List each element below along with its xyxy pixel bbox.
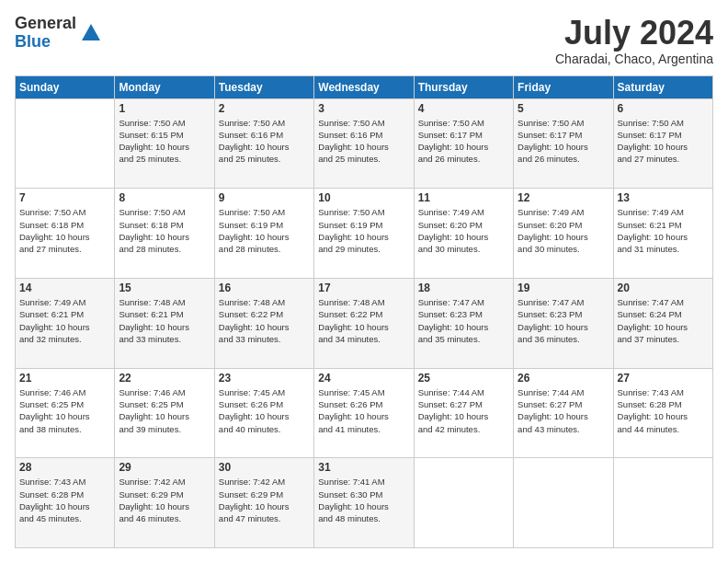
day-number: 28 xyxy=(19,461,110,474)
table-row: 17Sunrise: 7:48 AM Sunset: 6:22 PM Dayli… xyxy=(314,278,414,368)
col-tuesday: Tuesday xyxy=(214,75,313,98)
table-row: 8Sunrise: 7:50 AM Sunset: 6:18 PM Daylig… xyxy=(115,189,214,279)
month-title: July 2024 xyxy=(555,15,713,52)
logo-general: General xyxy=(15,15,76,33)
table-row: 22Sunrise: 7:46 AM Sunset: 6:25 PM Dayli… xyxy=(115,368,214,458)
table-row: 21Sunrise: 7:46 AM Sunset: 6:25 PM Dayli… xyxy=(16,368,115,458)
day-info: Sunrise: 7:50 AM Sunset: 6:16 PM Dayligh… xyxy=(318,117,409,166)
day-number: 14 xyxy=(19,282,110,294)
day-info: Sunrise: 7:49 AM Sunset: 6:20 PM Dayligh… xyxy=(418,206,509,255)
table-row: 7Sunrise: 7:50 AM Sunset: 6:18 PM Daylig… xyxy=(16,189,115,279)
day-number: 21 xyxy=(19,372,110,385)
table-row: 10Sunrise: 7:50 AM Sunset: 6:19 PM Dayli… xyxy=(314,189,414,279)
day-number: 13 xyxy=(618,191,709,204)
table-row: 4Sunrise: 7:50 AM Sunset: 6:17 PM Daylig… xyxy=(414,98,513,189)
day-info: Sunrise: 7:47 AM Sunset: 6:23 PM Dayligh… xyxy=(518,296,609,345)
day-number: 23 xyxy=(219,372,310,385)
day-info: Sunrise: 7:46 AM Sunset: 6:25 PM Dayligh… xyxy=(19,386,110,435)
day-info: Sunrise: 7:50 AM Sunset: 6:18 PM Dayligh… xyxy=(119,206,210,255)
day-info: Sunrise: 7:43 AM Sunset: 6:28 PM Dayligh… xyxy=(618,386,709,435)
day-number: 2 xyxy=(219,102,310,115)
day-info: Sunrise: 7:42 AM Sunset: 6:29 PM Dayligh… xyxy=(119,476,210,524)
day-number: 10 xyxy=(318,191,409,204)
table-row xyxy=(613,458,712,548)
svg-marker-1 xyxy=(87,33,95,40)
day-info: Sunrise: 7:50 AM Sunset: 6:17 PM Dayligh… xyxy=(618,117,709,166)
table-row: 20Sunrise: 7:47 AM Sunset: 6:24 PM Dayli… xyxy=(613,278,712,368)
day-info: Sunrise: 7:49 AM Sunset: 6:20 PM Dayligh… xyxy=(518,206,609,255)
day-info: Sunrise: 7:50 AM Sunset: 6:17 PM Dayligh… xyxy=(518,117,609,166)
table-row xyxy=(16,98,115,189)
table-row: 24Sunrise: 7:45 AM Sunset: 6:26 PM Dayli… xyxy=(314,368,414,458)
table-row: 16Sunrise: 7:48 AM Sunset: 6:22 PM Dayli… xyxy=(214,278,313,368)
day-info: Sunrise: 7:50 AM Sunset: 6:18 PM Dayligh… xyxy=(19,206,110,255)
table-row: 28Sunrise: 7:43 AM Sunset: 6:28 PM Dayli… xyxy=(16,458,115,548)
col-monday: Monday xyxy=(115,75,214,98)
table-row: 18Sunrise: 7:47 AM Sunset: 6:23 PM Dayli… xyxy=(414,278,513,368)
day-info: Sunrise: 7:50 AM Sunset: 6:15 PM Dayligh… xyxy=(119,117,210,166)
col-saturday: Saturday xyxy=(613,75,712,98)
col-wednesday: Wednesday xyxy=(314,75,414,98)
day-number: 3 xyxy=(318,102,409,115)
col-thursday: Thursday xyxy=(414,75,513,98)
location: Charadai, Chaco, Argentina xyxy=(555,52,713,66)
day-number: 11 xyxy=(418,191,509,204)
day-info: Sunrise: 7:50 AM Sunset: 6:19 PM Dayligh… xyxy=(318,206,409,255)
calendar-table: Sunday Monday Tuesday Wednesday Thursday… xyxy=(15,75,713,548)
logo: General Blue xyxy=(15,15,104,52)
day-number: 22 xyxy=(119,372,210,385)
table-row: 31Sunrise: 7:41 AM Sunset: 6:30 PM Dayli… xyxy=(314,458,414,548)
title-section: July 2024 Charadai, Chaco, Argentina xyxy=(555,15,713,66)
logo-blue: Blue xyxy=(15,33,76,52)
header: General Blue July 2024 Charadai, Chaco, … xyxy=(15,15,713,66)
day-number: 26 xyxy=(518,372,609,385)
day-info: Sunrise: 7:43 AM Sunset: 6:28 PM Dayligh… xyxy=(19,476,110,524)
day-number: 12 xyxy=(518,191,609,204)
day-number: 5 xyxy=(518,102,609,115)
day-info: Sunrise: 7:50 AM Sunset: 6:16 PM Dayligh… xyxy=(219,117,310,166)
day-number: 25 xyxy=(418,372,509,385)
day-number: 15 xyxy=(119,282,210,294)
logo-icon xyxy=(78,20,104,46)
table-row: 25Sunrise: 7:44 AM Sunset: 6:27 PM Dayli… xyxy=(414,368,513,458)
day-number: 1 xyxy=(119,102,210,115)
table-row: 19Sunrise: 7:47 AM Sunset: 6:23 PM Dayli… xyxy=(514,278,613,368)
day-number: 7 xyxy=(19,191,110,204)
day-info: Sunrise: 7:45 AM Sunset: 6:26 PM Dayligh… xyxy=(219,386,310,435)
day-number: 4 xyxy=(418,102,509,115)
day-number: 27 xyxy=(618,372,709,385)
day-number: 30 xyxy=(219,461,310,474)
day-number: 20 xyxy=(618,282,709,294)
page: General Blue July 2024 Charadai, Chaco, … xyxy=(0,0,728,563)
calendar-week-2: 14Sunrise: 7:49 AM Sunset: 6:21 PM Dayli… xyxy=(16,278,713,368)
day-number: 9 xyxy=(219,191,310,204)
day-info: Sunrise: 7:45 AM Sunset: 6:26 PM Dayligh… xyxy=(318,386,409,435)
table-row: 14Sunrise: 7:49 AM Sunset: 6:21 PM Dayli… xyxy=(16,278,115,368)
table-row: 26Sunrise: 7:44 AM Sunset: 6:27 PM Dayli… xyxy=(514,368,613,458)
header-row: Sunday Monday Tuesday Wednesday Thursday… xyxy=(16,75,713,98)
day-number: 6 xyxy=(618,102,709,115)
day-number: 29 xyxy=(119,461,210,474)
table-row: 5Sunrise: 7:50 AM Sunset: 6:17 PM Daylig… xyxy=(514,98,613,189)
table-row: 13Sunrise: 7:49 AM Sunset: 6:21 PM Dayli… xyxy=(613,189,712,279)
table-row: 15Sunrise: 7:48 AM Sunset: 6:21 PM Dayli… xyxy=(115,278,214,368)
day-info: Sunrise: 7:44 AM Sunset: 6:27 PM Dayligh… xyxy=(518,386,609,435)
table-row: 11Sunrise: 7:49 AM Sunset: 6:20 PM Dayli… xyxy=(414,189,513,279)
day-number: 31 xyxy=(318,461,409,474)
day-number: 17 xyxy=(318,282,409,294)
table-row: 12Sunrise: 7:49 AM Sunset: 6:20 PM Dayli… xyxy=(514,189,613,279)
col-sunday: Sunday xyxy=(16,75,115,98)
table-row: 30Sunrise: 7:42 AM Sunset: 6:29 PM Dayli… xyxy=(214,458,313,548)
day-info: Sunrise: 7:47 AM Sunset: 6:24 PM Dayligh… xyxy=(618,296,709,345)
table-row: 1Sunrise: 7:50 AM Sunset: 6:15 PM Daylig… xyxy=(115,98,214,189)
day-info: Sunrise: 7:49 AM Sunset: 6:21 PM Dayligh… xyxy=(618,206,709,255)
day-number: 16 xyxy=(219,282,310,294)
calendar-week-0: 1Sunrise: 7:50 AM Sunset: 6:15 PM Daylig… xyxy=(16,98,713,189)
day-number: 18 xyxy=(418,282,509,294)
table-row: 29Sunrise: 7:42 AM Sunset: 6:29 PM Dayli… xyxy=(115,458,214,548)
day-info: Sunrise: 7:44 AM Sunset: 6:27 PM Dayligh… xyxy=(418,386,509,435)
day-number: 8 xyxy=(119,191,210,204)
day-info: Sunrise: 7:48 AM Sunset: 6:22 PM Dayligh… xyxy=(219,296,310,345)
day-info: Sunrise: 7:48 AM Sunset: 6:21 PM Dayligh… xyxy=(119,296,210,345)
calendar-week-1: 7Sunrise: 7:50 AM Sunset: 6:18 PM Daylig… xyxy=(16,189,713,279)
